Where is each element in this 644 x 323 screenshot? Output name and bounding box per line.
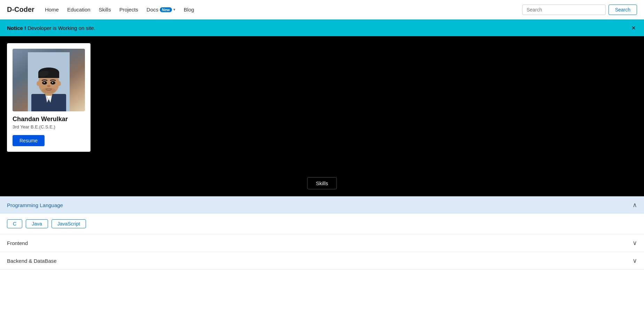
accordion-content-programming: CJavaJavaScript [0,214,644,234]
accordion-header-backend[interactable]: Backend & DataBase ∨ [0,252,644,269]
nav-education[interactable]: Education [67,7,91,13]
svg-point-16 [44,82,45,83]
nav-docs[interactable]: Docs [147,7,158,13]
svg-point-10 [37,81,40,86]
profile-name: Chandan Werulkar [13,116,85,123]
profile-card: Chandan Werulkar 3rd Year B.E.(C.S.E.) R… [7,43,91,152]
chevron-up-icon: ∧ [633,201,637,209]
accordion-item-frontend: Frontend ∨ [0,234,644,252]
skills-label-wrapper: Skills [307,177,337,189]
resume-button[interactable]: Resume [13,135,45,146]
skill-tag: Java [26,219,48,228]
notice-text: Notice ! Devoloper is Working on site. [7,25,95,31]
svg-point-11 [57,81,61,86]
nav-skills[interactable]: Skills [99,7,111,13]
notice-banner: Notice ! Devoloper is Working on site. × [0,19,644,36]
notice-message: Devoloper is Working on site. [26,25,95,31]
docs-dropdown-arrow[interactable]: ▾ [173,7,175,12]
skill-tag: C [7,219,22,228]
skills-section-label[interactable]: Skills [307,177,337,189]
chevron-down-icon-backend: ∨ [633,257,637,265]
search-area: Search [522,5,637,15]
notice-prefix: Notice ! [7,25,26,31]
svg-point-19 [42,88,56,93]
nav-links: Home Education Skills Projects Docs New … [45,7,522,13]
accordion-title-backend: Backend & DataBase [7,258,57,264]
skill-tag: JavaScript [52,219,86,228]
profile-subtitle: 3rd Year B.E.(C.S.E.) [13,124,85,129]
brand-logo[interactable]: D-Coder [7,6,34,14]
search-input[interactable] [522,5,606,15]
docs-new-badge: New [160,7,172,12]
accordion-header-frontend[interactable]: Frontend ∨ [0,234,644,252]
avatar-svg [28,52,70,111]
skills-section: Programming Language ∧ CJavaJavaScript F… [0,196,644,270]
skill-tags-programming: CJavaJavaScript [7,219,637,228]
profile-avatar [13,49,85,111]
accordion-title-frontend: Frontend [7,240,28,246]
notice-close-button[interactable]: × [630,24,637,31]
main-content: Chandan Werulkar 3rd Year B.E.(C.S.E.) R… [0,36,644,196]
accordion-title-programming: Programming Language [7,202,63,208]
accordion-item-programming: Programming Language ∧ CJavaJavaScript [0,196,644,234]
nav-blog[interactable]: Blog [184,7,194,13]
nav-home[interactable]: Home [45,7,59,13]
chevron-down-icon-frontend: ∨ [633,239,637,247]
navbar: D-Coder Home Education Skills Projects D… [0,0,644,19]
search-button[interactable]: Search [608,5,637,15]
svg-point-17 [52,82,53,83]
nav-docs-wrapper: Docs New ▾ [147,7,175,13]
nav-projects[interactable]: Projects [119,7,138,13]
accordion-header-programming[interactable]: Programming Language ∧ [0,196,644,214]
accordion-item-backend: Backend & DataBase ∨ [0,252,644,270]
